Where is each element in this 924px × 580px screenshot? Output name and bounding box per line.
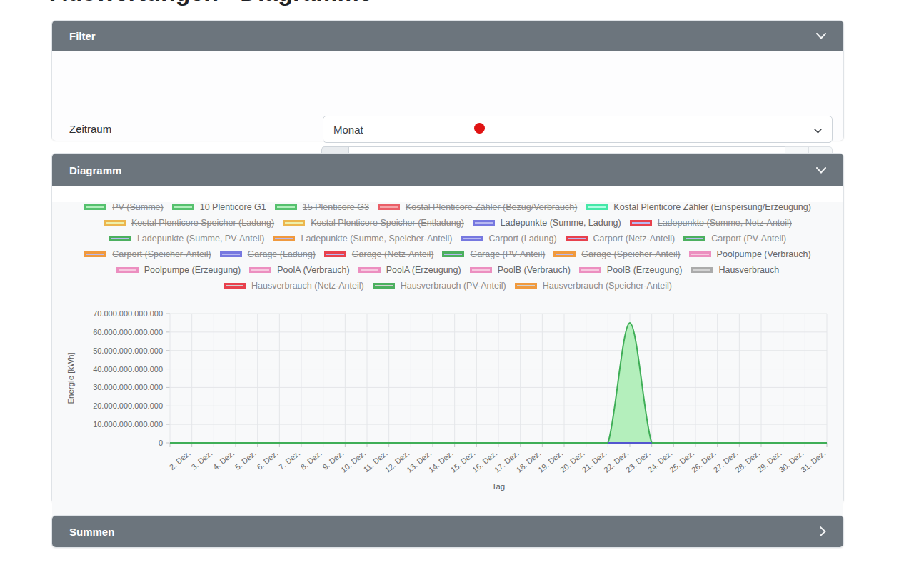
legend-swatch-icon — [273, 236, 295, 241]
legend-label: Hausverbrauch (Speicher-Anteil) — [543, 281, 672, 291]
energy-chart[interactable]: 010.000.000.000.00020.000.000.000.00030.… — [52, 308, 843, 515]
legend-item[interactable]: Poolpumpe (Erzeugung) — [116, 265, 241, 275]
legend-swatch-icon — [579, 267, 601, 273]
svg-text:50.000.000.000.000: 50.000.000.000.000 — [93, 346, 163, 355]
legend-item[interactable]: Hausverbrauch (Speicher-Anteil) — [515, 281, 672, 291]
legend-item[interactable]: Garage (Netz-Anteil) — [324, 249, 434, 259]
svg-text:7. Dez.: 7. Dez. — [277, 449, 301, 471]
legend-item[interactable]: PoolB (Verbrauch) — [470, 265, 571, 275]
legend-item[interactable]: Carport (Speicher-Anteil) — [84, 249, 211, 259]
legend-swatch-icon — [358, 267, 381, 273]
chart-legend: PV (Summe)10 Plenticore G115 Plenticore … — [74, 202, 822, 291]
legend-swatch-icon — [116, 267, 139, 273]
chevron-down-icon — [816, 167, 826, 174]
legend-item[interactable]: 15 Plenticore G3 — [275, 202, 369, 212]
legend-item[interactable]: Garage (PV-Anteil) — [442, 249, 545, 259]
legend-label: Ladepunkte (Summe, Speicher-Anteil) — [301, 234, 452, 244]
legend-item[interactable]: PV (Summe) — [84, 202, 164, 212]
legend-label: Garage (PV-Anteil) — [470, 249, 545, 259]
legend-label: PoolA (Verbrauch) — [277, 265, 349, 275]
legend-swatch-icon — [689, 251, 711, 257]
legend-swatch-icon — [461, 236, 483, 241]
legend-item[interactable]: Kostal Plenticore Zähler (Bezug/Verbrauc… — [378, 202, 577, 212]
legend-item[interactable]: 10 Plenticore G1 — [172, 202, 266, 212]
legend-label: Ladepunkte (Summe, Netz-Anteil) — [658, 218, 792, 228]
page: Auswertungen - Diagramme Filter Zeitraum… — [0, 0, 924, 580]
legend-label: PoolB (Verbrauch) — [498, 265, 571, 275]
legend-swatch-icon — [630, 220, 652, 226]
legend-swatch-icon — [683, 236, 705, 241]
summen-header[interactable]: Summen — [52, 516, 843, 547]
legend-item[interactable]: Garage (Speicher-Anteil) — [553, 249, 680, 259]
diagramm-header[interactable]: Diagramm — [52, 154, 843, 186]
svg-text:3. Dez.: 3. Dez. — [189, 449, 214, 471]
legend-item[interactable]: Ladepunkte (Summe, PV-Anteil) — [109, 234, 265, 244]
legend-swatch-icon — [84, 251, 106, 257]
diagramm-card: Diagramm PV (Summe)10 Plenticore G115 Pl… — [51, 153, 844, 504]
legend-item[interactable]: PoolA (Verbrauch) — [249, 265, 349, 275]
legend-swatch-icon — [470, 267, 492, 273]
legend-item[interactable]: Ladepunkte (Summe, Speicher-Anteil) — [273, 234, 452, 244]
svg-text:31. Dez.: 31. Dez. — [799, 449, 827, 474]
legend-item[interactable]: Hausverbrauch (PV-Anteil) — [373, 281, 506, 291]
legend-item[interactable]: Carport (Netz-Anteil) — [566, 234, 676, 244]
legend-swatch-icon — [515, 283, 537, 289]
legend-swatch-icon — [442, 251, 464, 257]
legend-swatch-icon — [275, 204, 297, 210]
chevron-down-icon — [816, 33, 826, 39]
legend-label: Kostal Plenticore Speicher (Entladung) — [311, 218, 464, 228]
legend-item[interactable]: Kostal Plenticore Speicher (Ladung) — [104, 218, 274, 228]
filter-body: Zeitraum Monat Monat Dezember 2025 — [52, 51, 843, 141]
legend-label: Garage (Netz-Anteil) — [352, 249, 434, 259]
legend-swatch-icon — [84, 204, 106, 210]
chevron-right-icon — [820, 526, 826, 536]
svg-text:40.000.000.000.000: 40.000.000.000.000 — [93, 365, 163, 374]
legend-item[interactable]: Kostal Plenticore Zähler (Einspeisung/Er… — [586, 202, 811, 212]
filter-header-label: Filter — [69, 30, 816, 42]
legend-item[interactable]: PoolB (Erzeugung) — [579, 265, 683, 275]
legend-label: Carport (Netz-Anteil) — [593, 234, 676, 244]
svg-text:30.000.000.000.000: 30.000.000.000.000 — [93, 383, 163, 391]
legend-label: Garage (Ladung) — [248, 249, 316, 259]
legend-item[interactable]: Hausverbrauch — [691, 265, 779, 275]
legend-label: PV (Summe) — [112, 202, 164, 212]
legend-item[interactable]: Kostal Plenticore Speicher (Entladung) — [283, 218, 464, 228]
summen-header-label: Summen — [69, 526, 820, 538]
legend-item[interactable]: Garage (Ladung) — [220, 249, 316, 259]
filter-card: Filter Zeitraum Monat Monat — [51, 20, 844, 141]
svg-text:6. Dez.: 6. Dez. — [255, 449, 279, 471]
svg-text:60.000.000.000.000: 60.000.000.000.000 — [93, 328, 163, 336]
legend-item[interactable]: Carport (Ladung) — [461, 234, 556, 244]
legend-swatch-icon — [109, 236, 131, 241]
svg-text:4. Dez.: 4. Dez. — [211, 449, 236, 471]
legend-swatch-icon — [104, 220, 126, 226]
legend-label: Garage (Speicher-Anteil) — [581, 249, 680, 259]
zeitraum-selected-value: Monat — [333, 124, 814, 136]
svg-text:10. Dez.: 10. Dez. — [339, 449, 367, 474]
summen-card: Summen — [51, 515, 844, 548]
legend-swatch-icon — [172, 204, 194, 210]
svg-text:8. Dez.: 8. Dez. — [299, 449, 323, 471]
legend-item[interactable]: Poolpumpe (Verbrauch) — [689, 249, 811, 259]
legend-label: PoolA (Erzeugung) — [386, 265, 461, 275]
zeitraum-select[interactable]: Monat — [323, 116, 833, 143]
legend-item[interactable]: PoolA (Erzeugung) — [358, 265, 461, 275]
click-indicator-dot — [474, 123, 485, 134]
legend-item[interactable]: Hausverbrauch (Netz-Anteil) — [224, 281, 364, 291]
legend-item[interactable]: Ladepunkte (Summe, Ladung) — [473, 218, 621, 228]
legend-item[interactable]: Carport (PV-Anteil) — [683, 234, 786, 244]
legend-label: Kostal Plenticore Zähler (Bezug/Verbrauc… — [406, 202, 577, 212]
diagramm-body: PV (Summe)10 Plenticore G115 Plenticore … — [52, 202, 843, 519]
legend-label: Poolpumpe (Erzeugung) — [144, 265, 241, 275]
legend-item[interactable]: Ladepunkte (Summe, Netz-Anteil) — [630, 218, 792, 228]
legend-label: Carport (PV-Anteil) — [711, 234, 786, 244]
filter-header[interactable]: Filter — [52, 21, 843, 51]
legend-label: Ladepunkte (Summe, Ladung) — [501, 218, 621, 228]
legend-label: Hausverbrauch — [718, 265, 779, 275]
legend-label: Carport (Ladung) — [488, 234, 556, 244]
diagramm-header-label: Diagramm — [69, 164, 816, 176]
legend-swatch-icon — [566, 236, 588, 241]
legend-swatch-icon — [224, 283, 246, 289]
legend-swatch-icon — [283, 220, 305, 226]
legend-label: Ladepunkte (Summe, PV-Anteil) — [137, 234, 265, 244]
